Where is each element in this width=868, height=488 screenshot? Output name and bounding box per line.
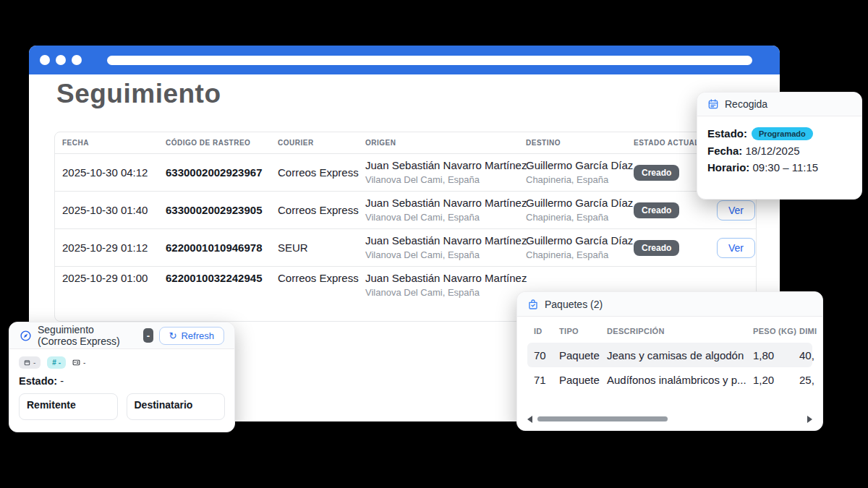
recogida-card-body: Estado:Programado Fecha: 18/12/2025 Hora… <box>697 116 861 184</box>
pcol-tipo: TIPO <box>559 327 607 335</box>
paquetes-table: ID TIPO DESCRIPCIÓN PESO (KG) DIMI 70 Pa… <box>517 317 822 392</box>
cell-fecha: 2025-10-30 04:12 <box>55 166 158 179</box>
status-badge: Creado <box>634 202 679 218</box>
cell-destino: Guillermo García Díaz Chapineria, España <box>519 197 626 223</box>
bag-check-icon <box>527 299 539 310</box>
browser-titlebar <box>29 46 780 74</box>
paquete-row: 71 Paquete Audífonos inalámbricos y p...… <box>527 367 812 392</box>
refresh-icon: ↻ <box>169 331 177 341</box>
scheduled-badge: Programado <box>752 127 813 140</box>
recogida-fecha-line: Fecha: 18/12/2025 <box>707 145 851 157</box>
column-header-courier: COURIER <box>271 139 358 147</box>
pcol-dimensiones: DIMI <box>799 327 817 335</box>
paquetes-card: Paquetes (2) ID TIPO DESCRIPCIÓN PESO (K… <box>516 291 823 431</box>
table-header-row: FECHA CÓDIGO DE RASTREO COURIER ORIGEN D… <box>55 132 756 154</box>
horizontal-scrollbar[interactable] <box>527 415 812 422</box>
column-header-fecha: FECHA <box>55 139 158 147</box>
cell-codigo: 6330002002923905 <box>158 204 271 216</box>
destinatario-box: Destinatario <box>127 393 226 420</box>
meta-chips: - # - - <box>19 356 225 369</box>
tracking-card-header: Seguimiento (Correos Express) - ↻ Refres… <box>9 322 234 349</box>
status-badge: Creado <box>634 240 679 256</box>
status-badge: Creado <box>634 165 679 181</box>
ver-button[interactable]: Ver <box>717 200 755 221</box>
cell-fecha: 2025-10-30 01:40 <box>55 204 158 216</box>
cell-actions: Ver <box>710 238 756 258</box>
cell-courier: SEUR <box>271 241 358 254</box>
window-control-dot[interactable] <box>40 55 50 65</box>
ver-button[interactable]: Ver <box>717 238 755 258</box>
cell-origen: Juan Sebastián Navarro Martínez Vilanova… <box>358 159 519 186</box>
scroll-left-icon[interactable] <box>527 416 532 423</box>
paquetes-card-title: Paquetes (2) <box>545 299 603 310</box>
tracking-card-body: - # - - Estado: - Remitente <box>9 349 234 427</box>
cell-destino: Guillermo García Díaz Chapineria, España <box>519 234 626 261</box>
cell-courier: Correos Express <box>271 204 358 216</box>
pcol-peso: PESO (KG) <box>753 327 799 335</box>
column-header-origen: ORIGEN <box>358 139 519 147</box>
recogida-estado-line: Estado:Programado <box>707 127 851 140</box>
id-chip: - <box>72 356 85 369</box>
tracking-card-title: Seguimiento (Correos Express) <box>38 324 132 347</box>
canvas: Seguimiento FECHA CÓDIGO DE RASTREO COUR… <box>0 0 868 488</box>
cell-estado: Creado <box>626 240 710 256</box>
compass-icon <box>20 330 32 342</box>
cell-codigo: 6220010032242945 <box>158 272 271 284</box>
cell-courier: Correos Express <box>271 166 358 179</box>
cell-destino: Guillermo García Díaz Chapineria, España <box>519 159 626 186</box>
cell-fecha: 2025-10-29 01:00 <box>55 272 158 284</box>
recogida-card: Recogida Estado:Programado Fecha: 18/12/… <box>697 92 862 200</box>
calendar-icon <box>707 98 719 110</box>
tracking-card: Seguimiento (Correos Express) - ↻ Refres… <box>9 322 235 432</box>
tracking-estado-line: Estado: - <box>19 375 225 387</box>
table-row: 2025-10-30 04:12 6330002002923967 Correo… <box>55 154 756 192</box>
window-control-dot[interactable] <box>72 55 82 65</box>
column-header-destino: DESTINO <box>519 139 626 147</box>
cell-courier: Correos Express <box>271 272 358 284</box>
scroll-right-icon[interactable] <box>807 416 812 423</box>
scrollbar-thumb[interactable] <box>537 416 668 421</box>
recogida-horario-line: Horario: 09:30 – 11:15 <box>707 161 851 174</box>
table-row: 2025-10-29 01:12 6220001010946978 SEUR J… <box>55 229 756 267</box>
pcol-id: ID <box>527 327 559 335</box>
address-bar[interactable] <box>107 56 752 65</box>
cell-actions: Ver <box>710 200 756 221</box>
cell-origen: Juan Sebastián Navarro Martínez Vilanova… <box>358 234 519 261</box>
paquete-row: 70 Paquete Jeans y camisas de algodón 1,… <box>527 343 812 367</box>
count-badge: - <box>143 328 153 343</box>
tracking-number-chip: # - <box>47 356 66 369</box>
cell-codigo: 6330002002923967 <box>158 166 271 179</box>
cell-codigo: 6220001010946978 <box>158 241 271 254</box>
column-header-codigo: CÓDIGO DE RASTREO <box>158 139 271 147</box>
refresh-button[interactable]: ↻ Refresh <box>159 327 224 345</box>
cell-estado: Creado <box>626 202 710 218</box>
window-control-dot[interactable] <box>56 55 66 65</box>
recogida-card-header: Recogida <box>697 93 861 116</box>
party-boxes: Remitente Destinatario <box>19 393 225 420</box>
cell-origen: Juan Sebastián Navarro Martínez Vilanova… <box>358 197 519 223</box>
pcol-descripcion: DESCRIPCIÓN <box>607 327 753 335</box>
cell-fecha: 2025-10-29 01:12 <box>55 241 158 254</box>
recogida-card-title: Recogida <box>725 98 767 110</box>
calendar-icon <box>24 359 30 366</box>
paquetes-card-header: Paquetes (2) <box>517 292 822 317</box>
cell-origen: Juan Sebastián Navarro Martínez Vilanova… <box>358 272 519 299</box>
page-title: Seguimiento <box>56 79 221 109</box>
remitente-box: Remitente <box>19 393 118 420</box>
date-chip: - <box>19 356 41 369</box>
paquetes-header-row: ID TIPO DESCRIPCIÓN PESO (KG) DIMI <box>527 320 812 343</box>
table-row: 2025-10-30 01:40 6330002002923905 Correo… <box>55 192 756 229</box>
id-card-icon <box>72 359 80 367</box>
